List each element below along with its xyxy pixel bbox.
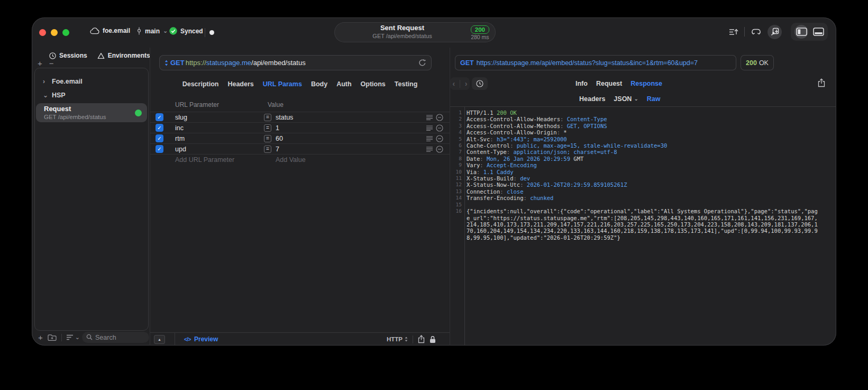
param-checkbox[interactable]: ✓: [156, 134, 163, 142]
response-status-code: 200: [746, 59, 757, 67]
export-response-icon[interactable]: [818, 78, 825, 87]
param-value[interactable]: 60: [276, 133, 283, 144]
param-name[interactable]: upd: [175, 144, 186, 155]
response-tab-request[interactable]: Request: [596, 80, 622, 87]
response-request-line: GET https://statuspage.me/api/embed/stat…: [455, 55, 736, 70]
protocol-select[interactable]: HTTP: [387, 336, 408, 342]
tree-item-label: HSP: [52, 92, 66, 99]
method-select-icon[interactable]: [165, 60, 168, 66]
line-text: Content-Type: application/json; charset=…: [467, 149, 836, 155]
value-options-icon[interactable]: [426, 125, 433, 131]
request-tab-options[interactable]: Options: [361, 80, 386, 88]
collapse-panel-button[interactable]: ▲: [154, 335, 165, 344]
sidebar-item-foe-email[interactable]: › Foe.email: [35, 75, 148, 88]
branch-menu[interactable]: main ⌄: [136, 27, 168, 35]
param-value[interactable]: status: [276, 112, 293, 123]
param-checkbox[interactable]: ✓: [156, 113, 163, 121]
param-checkbox[interactable]: ✓: [156, 145, 163, 153]
tab-environments[interactable]: Environments: [97, 52, 150, 59]
param-name[interactable]: rtm: [175, 133, 185, 144]
zoom-window-button[interactable]: [62, 29, 69, 36]
param-value[interactable]: 1: [276, 123, 279, 133]
sync-loop-icon[interactable]: [751, 28, 762, 36]
history-clock-icon: [476, 80, 483, 87]
response-line: 5Alt-Svc: h3=":443"; ma=2592000: [450, 136, 836, 142]
preview-label: Preview: [194, 335, 218, 343]
param-row-rtm: ✓rtm=60: [150, 133, 450, 143]
request-item-name: Request: [44, 105, 106, 113]
line-number: 5: [450, 136, 462, 142]
protocol-label: HTTP: [387, 336, 403, 342]
project-menu[interactable]: foe.email: [90, 27, 130, 34]
request-summary-pill[interactable]: Sent Request GET /api/embed/status 200 2…: [334, 22, 496, 42]
remove-param-icon[interactable]: [436, 146, 443, 153]
url-path[interactable]: /api/embed/status: [251, 59, 306, 67]
triangle-up-icon: ▲: [158, 338, 161, 341]
request-tabs: DescriptionHeadersURL ParamsBodyAuthOpti…: [150, 78, 450, 90]
close-window-button[interactable]: [39, 29, 46, 36]
url-host[interactable]: statuspage.me: [206, 59, 251, 67]
history-button[interactable]: [472, 77, 488, 90]
sidebar-item-request[interactable]: Request GET /api/embed/status: [36, 103, 147, 122]
request-tab-body[interactable]: Body: [311, 80, 327, 88]
lock-icon[interactable]: [430, 335, 436, 343]
url-bar[interactable]: GET https://statuspage.me/api/embed/stat…: [159, 55, 432, 70]
remove-param-icon[interactable]: [436, 135, 443, 142]
left-sidebar-icon: [796, 28, 807, 36]
response-line: 13Connection: close: [450, 188, 836, 195]
line-text: [467, 202, 836, 208]
footer-right-actions: HTTP: [387, 335, 450, 343]
tab-sessions[interactable]: Sessions: [49, 52, 87, 59]
request-tab-testing[interactable]: Testing: [395, 80, 418, 88]
response-tab-info[interactable]: Info: [575, 80, 588, 87]
add-param-name[interactable]: Add URL Parameter: [175, 155, 234, 165]
response-tab-response[interactable]: Response: [631, 80, 662, 87]
back-button[interactable]: ‹: [452, 79, 455, 88]
sort-filter-button[interactable]: ⌄: [66, 334, 80, 340]
response-subtab-raw[interactable]: Raw: [647, 95, 661, 103]
toggle-bottom-panel-button[interactable]: [813, 28, 824, 36]
line-text: Alt-Svc: h3=":443"; ma=2592000: [467, 136, 836, 142]
toggle-left-sidebar-button[interactable]: [794, 25, 808, 39]
param-checkbox[interactable]: ✓: [156, 124, 163, 132]
sidebar-add-remove: + −: [38, 59, 54, 67]
request-tab-headers[interactable]: Headers: [227, 80, 253, 88]
add-param-value[interactable]: Add Value: [276, 155, 306, 165]
response-subtab-headers[interactable]: Headers: [579, 95, 605, 103]
response-subtab-json[interactable]: JSON⌄: [614, 95, 638, 103]
export-queue-icon[interactable]: [729, 28, 738, 36]
new-folder-button[interactable]: [48, 334, 57, 341]
remove-param-icon[interactable]: [436, 114, 443, 121]
remove-param-icon[interactable]: [436, 124, 443, 132]
url-scheme[interactable]: https://: [186, 59, 206, 67]
value-options-icon[interactable]: [426, 136, 433, 142]
remove-item-button[interactable]: −: [49, 59, 54, 67]
method-select[interactable]: GET: [170, 59, 185, 67]
minimize-window-button[interactable]: [51, 29, 58, 36]
sync-status[interactable]: Synced: [169, 27, 203, 35]
param-name[interactable]: slug: [175, 112, 187, 123]
param-name[interactable]: inc: [175, 123, 184, 133]
share-icon[interactable]: [418, 335, 425, 343]
titlebar: foe.email main ⌄ Synced Sent Request GET…: [32, 17, 836, 48]
request-tab-url-params[interactable]: URL Params: [263, 80, 302, 88]
forward-button[interactable]: ›: [465, 79, 468, 88]
sidebar-item-hsp[interactable]: ⌄ HSP: [35, 88, 148, 102]
subtab-label: Headers: [579, 95, 605, 103]
preview-button[interactable]: </> Preview: [184, 335, 218, 343]
value-options-icon[interactable]: [426, 147, 433, 152]
request-tab-description[interactable]: Description: [182, 80, 219, 88]
request-tab-auth[interactable]: Auth: [336, 80, 351, 88]
column-header-name: URL Parameter: [175, 101, 219, 108]
resend-request-icon[interactable]: [418, 59, 426, 67]
param-value[interactable]: 7: [276, 144, 279, 155]
new-request-button[interactable]: +: [38, 334, 43, 341]
import-request-button[interactable]: [768, 25, 782, 39]
line-text: Cache-Control: public, max-age=15, stale…: [467, 142, 836, 149]
response-line: 15: [450, 202, 836, 208]
response-line: 4Access-Control-Allow-Origin: *: [450, 129, 836, 135]
add-item-button[interactable]: +: [38, 59, 42, 67]
line-text: Access-Control-Allow-Headers: Content-Ty…: [467, 116, 836, 122]
value-options-icon[interactable]: [426, 115, 433, 121]
param-row-upd: ✓upd=7: [150, 143, 450, 154]
